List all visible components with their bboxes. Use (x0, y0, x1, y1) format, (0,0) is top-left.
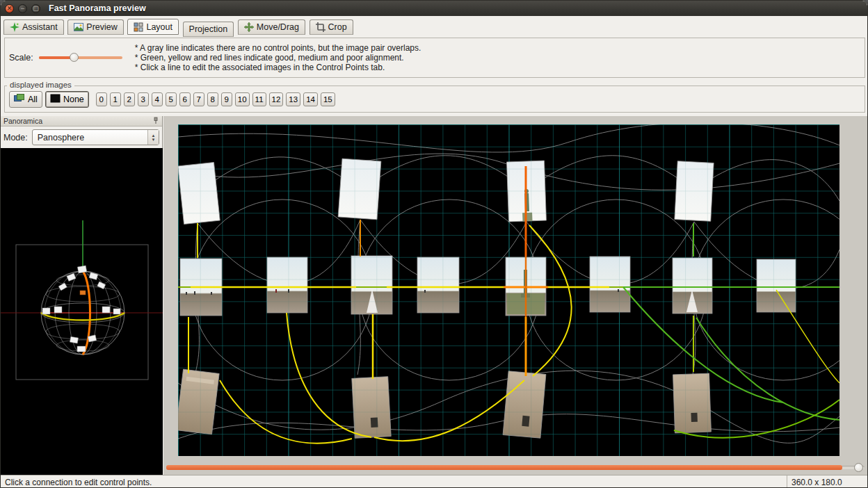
main-area: Panoramica Mode: Panosphere ▲▼ (1, 116, 868, 475)
image-toggle-12[interactable]: 12 (269, 92, 284, 106)
tab-projection-label: Projection (189, 24, 228, 34)
status-message: Click a connection to edit control point… (1, 478, 152, 487)
mode-value: Panosphere (38, 133, 84, 143)
combobox-spinner[interactable]: ▲▼ (147, 130, 159, 145)
image-toggle-14[interactable]: 14 (303, 92, 318, 106)
layout-canvas[interactable] (178, 124, 839, 456)
horizontal-scrollbar[interactable] (166, 463, 865, 472)
crop-icon (316, 22, 326, 32)
panosphere-panel: Panoramica Mode: Panosphere ▲▼ (1, 116, 163, 475)
scale-slider[interactable] (39, 52, 122, 63)
all-button[interactable]: All (9, 91, 42, 108)
tab-layout-label: Layout (146, 22, 172, 32)
pin-icon[interactable] (152, 116, 159, 127)
fast-panorama-preview-window: ✕ – ▢ Fast Panorama preview Assistant Pr… (0, 0, 868, 488)
pane-header: Panoramica (1, 116, 162, 127)
tabbar: Assistant Preview Layout Projection Move… (1, 16, 867, 35)
grid-overlay (178, 124, 839, 456)
canvas-pane (163, 116, 868, 475)
help-line-2: * Green, yellow and red lines indicate g… (135, 53, 421, 63)
pano-dimensions: 360.0 x 180.0 (787, 475, 868, 488)
statusbar: Click a connection to edit control point… (1, 475, 868, 488)
mode-row: Mode: Panosphere ▲▼ (1, 127, 162, 148)
close-button[interactable]: ✕ (5, 4, 14, 13)
spin-down-icon: ▼ (152, 138, 156, 142)
image-toggle-8[interactable]: 8 (207, 92, 218, 106)
image-toggle-10[interactable]: 10 (235, 92, 250, 106)
none-button[interactable]: None (45, 91, 89, 108)
pane-title: Panoramica (3, 117, 42, 125)
displayed-images-label: displayed images (7, 81, 74, 89)
help-line-1: * A gray line indicates there are no con… (135, 43, 421, 53)
titlebar: ✕ – ▢ Fast Panorama preview (1, 1, 867, 16)
image-toggle-7[interactable]: 7 (193, 92, 204, 106)
layout-icon (134, 22, 143, 32)
minimize-button[interactable]: – (18, 4, 27, 13)
scale-slider-fill (39, 56, 74, 59)
scale-label: Scale: (9, 53, 33, 63)
tab-crop[interactable]: Crop (310, 19, 353, 35)
panosphere-svg (1, 148, 163, 475)
image-toggle-0[interactable]: 0 (96, 92, 107, 106)
tab-assistant-label: Assistant (22, 22, 58, 32)
help-line-3: * Click a line to edit the associated im… (135, 63, 421, 72)
image-toggle-11[interactable]: 11 (252, 92, 266, 106)
window-title: Fast Panorama preview (49, 3, 146, 13)
image-toggle-9[interactable]: 9 (221, 92, 232, 106)
move-drag-icon (244, 22, 254, 32)
none-button-label: None (63, 95, 84, 104)
image-toggle-1[interactable]: 1 (110, 92, 121, 106)
help-text: * A gray line indicates there are no con… (135, 43, 421, 72)
tab-move-drag[interactable]: Move/Drag (238, 19, 305, 35)
tab-crop-label: Crop (328, 22, 347, 32)
tab-move-drag-label: Move/Drag (257, 22, 299, 32)
tab-projection[interactable]: Projection (183, 22, 234, 37)
preview-icon (74, 22, 83, 32)
panosphere-preview[interactable] (1, 148, 163, 475)
scrollbar-fill (166, 465, 842, 470)
image-toggle-5[interactable]: 5 (166, 92, 177, 106)
scale-panel: Scale: * A gray line indicates there are… (4, 38, 865, 78)
all-button-label: All (28, 95, 38, 104)
image-toggle-13[interactable]: 13 (286, 92, 300, 106)
none-icon (50, 94, 61, 105)
image-toggle-15[interactable]: 15 (321, 92, 335, 106)
scrollbar-thumb[interactable] (854, 463, 863, 472)
mode-label: Mode: (3, 133, 28, 143)
image-toggle-6[interactable]: 6 (179, 92, 191, 106)
image-toggle-3[interactable]: 3 (138, 92, 149, 106)
tab-preview[interactable]: Preview (67, 19, 123, 35)
tab-layout[interactable]: Layout (127, 19, 179, 35)
image-toggle-4[interactable]: 4 (152, 92, 163, 106)
displayed-images-row: All None 0 1 2 3 4 5 6 7 8 9 10 11 12 13… (5, 86, 865, 112)
tab-preview-label: Preview (86, 22, 117, 32)
tab-assistant[interactable]: Assistant (3, 19, 64, 35)
maximize-button[interactable]: ▢ (31, 4, 40, 13)
mode-combobox[interactable]: Panosphere ▲▼ (32, 129, 159, 145)
all-icon (14, 93, 25, 105)
image-toggle-2[interactable]: 2 (124, 92, 135, 106)
displayed-images-group: displayed images All None 0 1 2 3 4 5 6 … (4, 86, 865, 113)
assistant-icon (10, 22, 19, 32)
scale-slider-thumb[interactable] (70, 53, 79, 62)
